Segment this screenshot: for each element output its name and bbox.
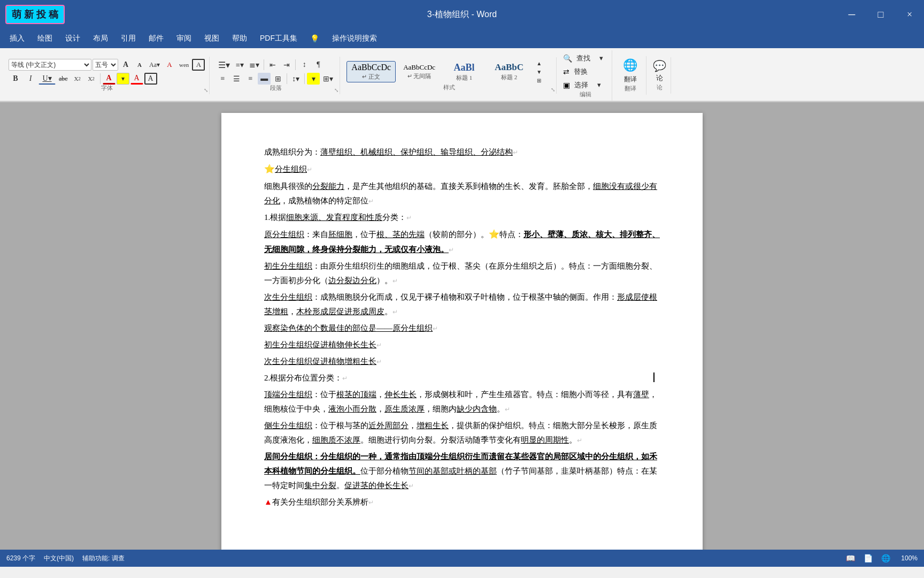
menu-view[interactable]: 视图 bbox=[199, 32, 225, 45]
font-size-select[interactable]: 五号 bbox=[93, 59, 118, 71]
style-normal-preview: AaBbCcDc bbox=[351, 63, 391, 72]
font-name-select[interactable]: 等线 (中文正文) bbox=[9, 59, 91, 71]
styles-scroll-down[interactable]: ▼ bbox=[533, 68, 545, 75]
multilevel-btn[interactable]: ≣▾ bbox=[247, 59, 261, 71]
minimize-button[interactable]: ─ bbox=[837, 0, 866, 29]
styles-group-label: 样式 bbox=[342, 83, 556, 93]
text-dense-cytoplasm: 原生质浓厚 bbox=[384, 405, 425, 413]
sort-btn[interactable]: ↕ bbox=[298, 59, 311, 71]
text-embryo-cell: 胚细胞 bbox=[328, 230, 352, 239]
comment-group-label: 论 bbox=[649, 83, 671, 93]
text-vacuole-small: 液泡小而分散 bbox=[328, 405, 376, 413]
ribbon-container: 等线 (中文正文) 五号 A A Aa▾ A wen A B I U▾ abc … bbox=[0, 48, 924, 102]
clear-format-btn[interactable]: A bbox=[163, 59, 176, 71]
close-button[interactable]: × bbox=[895, 0, 924, 29]
line-apical-meristem: 顶端分生组织：位于根茎的顶端，伸长生长，形成侧枝和叶，产生生殖器官。特点：细胞小… bbox=[264, 387, 660, 416]
font-color2-btn[interactable]: A bbox=[130, 73, 143, 85]
phonetic-btn[interactable]: wen bbox=[177, 59, 191, 71]
menu-lightbulb[interactable]: 💡 bbox=[305, 32, 325, 45]
style-normal[interactable]: AaBbCcDc ↵ 正文 bbox=[346, 61, 396, 82]
text-elongation-growth: 伸长生长 bbox=[384, 390, 417, 399]
styles-group: AaBbCcDc ↵ 正文 AaBbCcDc ↵ 无间隔 AaBl 标题 1 A… bbox=[342, 57, 557, 94]
menu-design[interactable]: 设计 bbox=[60, 32, 86, 45]
search-icon: 🔍 bbox=[563, 54, 572, 63]
find-btn[interactable]: 查找 bbox=[574, 52, 592, 64]
border-para-btn[interactable]: ⊞▾ bbox=[321, 73, 335, 85]
highlight-btn[interactable]: ▾ bbox=[117, 73, 129, 85]
distribute-btn[interactable]: ⊞ bbox=[272, 73, 284, 85]
accessibility[interactable]: 辅助功能: 调查 bbox=[82, 554, 125, 563]
char-border-btn[interactable]: A bbox=[144, 73, 157, 85]
font-shrink-btn[interactable]: A bbox=[133, 59, 146, 71]
menu-layout[interactable]: 布局 bbox=[88, 32, 113, 45]
font-grow-btn[interactable]: A bbox=[119, 59, 132, 71]
menu-help[interactable]: 帮助 bbox=[227, 32, 252, 45]
star-icon-1: ⭐ bbox=[264, 164, 275, 173]
border-btn[interactable]: A bbox=[192, 59, 205, 71]
maximize-button[interactable]: □ bbox=[866, 0, 895, 29]
underline-btn[interactable]: U▾ bbox=[38, 73, 56, 85]
menu-draw[interactable]: 绘图 bbox=[32, 32, 58, 45]
translate-btn[interactable]: 翻译 bbox=[622, 73, 639, 85]
align-left-btn[interactable]: ≡ bbox=[216, 73, 229, 85]
shading-btn[interactable]: ▾ bbox=[307, 73, 320, 85]
text-few-inclusions: 缺少内含物 bbox=[457, 405, 497, 413]
text-internode-base: 节间的基部或叶柄的基部 bbox=[409, 467, 497, 475]
menu-reference[interactable]: 引用 bbox=[116, 32, 141, 45]
menu-pdf[interactable]: PDF工具集 bbox=[255, 32, 303, 45]
style-heading2[interactable]: AaBbC 标题 2 bbox=[488, 60, 530, 83]
text-outer-part: 近外周部分 bbox=[368, 421, 409, 430]
style-no-spacing[interactable]: AaBbCcDc ↵ 无间隔 bbox=[398, 62, 441, 82]
line-1: 成熟组织分为：薄壁组织、机械组织、保护组织、输导组织、分泌结构↵ bbox=[264, 145, 660, 159]
justify-btn[interactable]: ▬ bbox=[258, 73, 271, 85]
style-heading1[interactable]: AaBl 标题 1 bbox=[443, 60, 486, 83]
menu-review[interactable]: 审阅 bbox=[171, 32, 197, 45]
line-4: 1.根据细胞来源、发育程度和性质分类：↵ bbox=[264, 210, 660, 225]
superscript-btn[interactable]: X2 bbox=[85, 73, 98, 85]
decrease-indent-btn[interactable]: ⇤ bbox=[266, 59, 279, 71]
line-spacing-btn[interactable]: ↕▾ bbox=[289, 73, 302, 85]
styles-expand-btn[interactable]: ⊞ bbox=[533, 77, 545, 84]
line-original-meristem: 原分生组织：来自胚细胞，位于根、茎的先端（较前的部分）。⭐特点：形小、壁薄、质浓… bbox=[264, 227, 660, 257]
align-center-btn[interactable]: ☰ bbox=[230, 73, 243, 85]
text-primary-elongation: 初生分生组织促进植物伸长生长 bbox=[264, 340, 376, 349]
replace-btn[interactable]: 替换 bbox=[572, 66, 590, 78]
align-right-btn[interactable]: ≡ bbox=[244, 73, 257, 85]
comment-btn[interactable]: 论 bbox=[653, 72, 666, 84]
select-btn[interactable]: 选择 bbox=[572, 79, 590, 91]
text-secondary-meristem: 次生分生组织 bbox=[264, 293, 312, 301]
menu-search[interactable]: 操作说明搜索 bbox=[327, 32, 382, 45]
subscript-btn[interactable]: X2 bbox=[71, 73, 84, 85]
logo-area: 萌 新 投 稿 bbox=[5, 5, 65, 24]
styles-scroll-up[interactable]: ▲ bbox=[533, 59, 545, 67]
document-area[interactable]: 成熟组织分为：薄壁组织、机械组织、保护组织、输导组织、分泌结构↵ ⭐分生组织↵ … bbox=[0, 102, 924, 550]
window-controls[interactable]: ─ □ × bbox=[837, 0, 924, 29]
strikethrough-btn[interactable]: abc bbox=[57, 73, 70, 85]
document-page[interactable]: 成熟组织分为：薄壁组织、机械组织、保护组织、输导组织、分泌结构↵ ⭐分生组织↵ … bbox=[221, 113, 703, 550]
paragraph-group: ☰▾ ≡▾ ≣▾ ⇤ ⇥ ↕ ¶ ≡ ☰ ≡ ▬ ⊞ ↕▾ ▾ ⊞▾ bbox=[212, 57, 340, 94]
bullets-btn[interactable]: ☰▾ bbox=[216, 59, 232, 71]
menu-mail[interactable]: 邮件 bbox=[143, 32, 169, 45]
text-apical-meristem: 顶端分生组织 bbox=[264, 390, 312, 399]
status-bar: 6239 个字 中文(中国) 辅助功能: 调查 📖 📄 🌐 100% bbox=[0, 550, 924, 567]
bold-btn[interactable]: B bbox=[9, 73, 22, 85]
zoom-level[interactable]: 100% bbox=[901, 554, 918, 562]
read-view-btn[interactable]: 📖 bbox=[844, 552, 857, 564]
web-view-btn[interactable]: 🌐 bbox=[879, 552, 892, 564]
numbering-btn[interactable]: ≡▾ bbox=[233, 59, 246, 71]
show-marks-btn[interactable]: ¶ bbox=[312, 59, 325, 71]
page-view-btn[interactable]: 📄 bbox=[861, 552, 875, 564]
text-apical-location: 根茎的顶端 bbox=[336, 390, 376, 399]
select-dropdown[interactable]: ▾ bbox=[592, 79, 605, 91]
title-bar: 萌 新 投 稿 3-植物组织 - Word ─ □ × bbox=[0, 0, 924, 29]
increase-indent-btn[interactable]: ⇥ bbox=[280, 59, 293, 71]
font-color-btn[interactable]: A bbox=[103, 73, 116, 85]
language[interactable]: 中文(中国) bbox=[44, 554, 74, 563]
menu-insert[interactable]: 插入 bbox=[4, 32, 30, 45]
edit-group-label: 编辑 bbox=[559, 90, 612, 100]
find-dropdown[interactable]: ▾ bbox=[595, 52, 607, 64]
change-case-btn[interactable]: Aa▾ bbox=[147, 59, 162, 71]
line-star-heading: ⭐分生组织↵ bbox=[264, 162, 660, 177]
window-title: 3-植物组织 - Word bbox=[427, 9, 497, 20]
italic-btn[interactable]: I bbox=[24, 73, 37, 85]
